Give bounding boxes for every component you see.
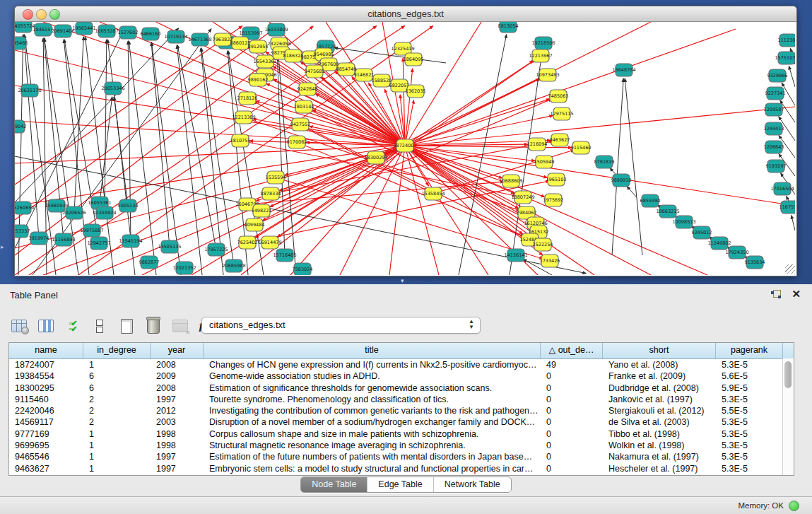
table-cell[interactable]: 1998: [151, 440, 204, 451]
table-cell[interactable]: 1: [83, 428, 151, 440]
table-cell[interactable]: Investigating the contribution of common…: [204, 405, 541, 416]
table-cell[interactable]: 0: [541, 382, 603, 394]
table-cell[interactable]: 2003: [151, 416, 204, 428]
table-cell[interactable]: Yano et al. (2008): [603, 359, 716, 370]
table-cell[interactable]: 49: [541, 359, 603, 370]
table-cell[interactable]: Estimation of the future numbers of pati…: [204, 451, 541, 462]
table-cell[interactable]: 2: [83, 416, 151, 428]
table-cell[interactable]: 6: [83, 382, 151, 394]
table-cell[interactable]: 1997: [151, 451, 204, 462]
table-cell[interactable]: 0: [541, 394, 603, 405]
table-cell[interactable]: 5.3E-5: [716, 440, 783, 451]
table-cell[interactable]: 5.3E-5: [716, 463, 783, 474]
table-cell[interactable]: Wolkin et al. (1998): [603, 440, 716, 451]
table-cell[interactable]: 5.3E-5: [716, 451, 783, 462]
column-header-pagerank[interactable]: pagerank: [716, 343, 783, 358]
column-header-title[interactable]: title: [204, 343, 541, 358]
rows-icon[interactable]: [90, 317, 109, 335]
column-header-in_degree[interactable]: in_degree: [83, 343, 151, 358]
table-cell[interactable]: 2009: [151, 370, 204, 382]
table-cell[interactable]: 19384554: [9, 370, 83, 382]
float-panel-icon[interactable]: [771, 290, 781, 299]
column-header-short[interactable]: short: [603, 343, 716, 358]
table-cell[interactable]: 5.3E-5: [716, 416, 783, 428]
table-cell[interactable]: 0: [541, 428, 603, 440]
table-cell[interactable]: Structural magnetic resonance image aver…: [204, 440, 541, 451]
table-cell[interactable]: Stergiakouli et al. (2012): [603, 405, 716, 416]
window-titlebar[interactable]: citations_edges.txt: [15, 6, 796, 22]
table-row[interactable]: 1830029562008Estimation of significance …: [9, 382, 794, 394]
table-cell[interactable]: Tourette syndrome. Phenomenology and cla…: [204, 394, 541, 405]
column-header-out_de[interactable]: △ out_de…: [541, 343, 603, 358]
table-cell[interactable]: Nakamura et al. (1997): [603, 451, 716, 462]
delete-columns-icon[interactable]: [144, 317, 163, 335]
table-cell[interactable]: 22420046: [9, 405, 83, 416]
new-column-icon[interactable]: [117, 317, 136, 335]
table-cell[interactable]: 9465546: [9, 451, 83, 462]
show-columns-icon[interactable]: [37, 317, 55, 335]
table-cell[interactable]: 1998: [151, 428, 204, 440]
table-cell[interactable]: de Silva et al. (2003): [603, 416, 716, 428]
table-cell[interactable]: Jankovic et al. (1997): [603, 394, 716, 405]
table-cell[interactable]: 1: [83, 463, 151, 474]
table-cell[interactable]: 2008: [151, 382, 204, 394]
table-cell[interactable]: 0: [541, 370, 603, 382]
table-row[interactable]: 946554611997Estimation of the future num…: [9, 451, 794, 462]
table-cell[interactable]: 9115460: [9, 394, 83, 405]
table-cell[interactable]: 18724007: [9, 359, 83, 370]
table-cell[interactable]: Hescheler et al. (1997): [603, 463, 716, 474]
table-scrollbar[interactable]: [782, 358, 794, 475]
table-cell[interactable]: 1997: [151, 394, 204, 405]
table-row[interactable]: 2242004622012Investigating the contribut…: [9, 405, 794, 416]
table-cell[interactable]: Genome-wide association studies in ADHD.: [204, 370, 541, 382]
table-row[interactable]: 1456911722003Disruption of a novel membe…: [9, 416, 794, 428]
tab-node-table[interactable]: Node Table: [301, 477, 367, 492]
table-row[interactable]: 1872400712008Changes of HCN gene express…: [9, 359, 794, 370]
table-cell[interactable]: 2: [83, 394, 151, 405]
table-cell[interactable]: 14569117: [9, 416, 83, 428]
table-cell[interactable]: 2: [83, 405, 151, 416]
table-cell[interactable]: Dudbridge et al. (2008): [603, 382, 716, 394]
network-window[interactable]: citations_edges.txt 14055724184615720691…: [14, 6, 797, 276]
network-canvas[interactable]: 1405572418461572069140619565441106532871…: [15, 22, 795, 275]
table-cell[interactable]: 0: [541, 440, 603, 451]
table-cell[interactable]: Franke et al. (2009): [603, 370, 716, 382]
table-cell[interactable]: 5.3E-5: [716, 359, 783, 370]
table-cell[interactable]: Changes of HCN gene expression and I(f) …: [204, 359, 541, 370]
table-cell[interactable]: 0: [541, 463, 603, 474]
table-cell[interactable]: 5.6E-5: [716, 370, 783, 382]
memory-status-dot[interactable]: [789, 501, 799, 511]
panel-splitter-handle[interactable]: ▾: [401, 277, 404, 284]
table-cell[interactable]: 1997: [151, 463, 204, 474]
column-header-name[interactable]: name: [9, 343, 83, 358]
table-cell[interactable]: Disruption of a novel member of a sodium…: [204, 416, 541, 428]
table-cell[interactable]: 9699695: [9, 440, 83, 451]
table-cell[interactable]: 5.5E-5: [716, 405, 783, 416]
table-cell[interactable]: Embryonic stem cells: a model to study s…: [204, 463, 541, 474]
table-cell[interactable]: 1: [83, 359, 151, 370]
table-cell[interactable]: Corpus callosum shape and size in male p…: [204, 428, 541, 440]
window-resize-grip[interactable]: [785, 264, 795, 274]
close-panel-icon[interactable]: ✕: [792, 288, 801, 300]
table-row[interactable]: 946362711997Embryonic stem cells: a mode…: [9, 463, 794, 474]
tab-edge-table[interactable]: Edge Table: [367, 477, 433, 492]
table-row[interactable]: 911546021997Tourette syndrome. Phenomeno…: [9, 394, 794, 405]
tab-network-table[interactable]: Network Table: [434, 477, 511, 492]
table-cell[interactable]: 5.9E-5: [716, 382, 783, 394]
table-row[interactable]: 1938455462009Genome-wide association stu…: [9, 370, 794, 382]
table-row[interactable]: 977716911998Corpus callosum shape and si…: [9, 428, 794, 440]
table-row[interactable]: 969969511998Structural magnetic resonanc…: [9, 440, 794, 451]
table-cell[interactable]: 6: [83, 370, 151, 382]
table-cell[interactable]: 2012: [151, 405, 204, 416]
table-cell[interactable]: 1: [83, 451, 151, 462]
table-cell[interactable]: 5.3E-5: [716, 394, 783, 405]
table-cell[interactable]: Tibbo et al. (1998): [603, 428, 716, 440]
table-cell[interactable]: 1: [83, 440, 151, 451]
table-cell[interactable]: 9463627: [9, 463, 83, 474]
table-scrollbar-thumb[interactable]: [784, 361, 792, 388]
column-header-year[interactable]: year: [151, 343, 204, 358]
left-splitter-handle[interactable]: ▸: [1, 243, 4, 250]
table-cell[interactable]: 0: [541, 416, 603, 428]
row-selection-icon[interactable]: ▫✔▫✔: [64, 317, 82, 335]
table-cell[interactable]: 0: [541, 405, 603, 416]
